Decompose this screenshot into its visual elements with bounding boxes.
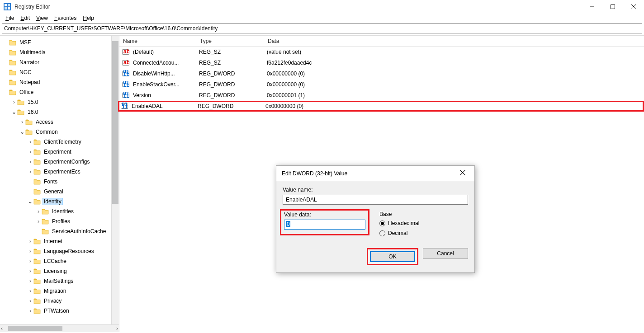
tree-item-languageresources[interactable]: ›LanguageResources: [0, 246, 119, 256]
tree-item-office[interactable]: Office: [0, 87, 119, 97]
tree-item-label: PTWatson: [43, 307, 71, 314]
radio-hex-label: Hexadecimal: [388, 220, 419, 226]
tree-item-label: Identities: [51, 208, 75, 215]
value-row[interactable]: 011110EnableStackOver...REG_DWORD0x00000…: [119, 79, 644, 90]
tree-item-identities[interactable]: ›Identities: [0, 206, 119, 216]
chevron-right-icon[interactable]: ›: [27, 239, 33, 244]
chevron-down-icon[interactable]: ⌄: [19, 129, 25, 135]
tree-item-access[interactable]: ›Access: [0, 117, 119, 127]
values-header[interactable]: Name Type Data: [119, 36, 644, 47]
values-pane: Name Type Data ab(Default)REG_SZ(value n…: [119, 36, 644, 332]
tree-item-privacy[interactable]: ›Privacy: [0, 296, 119, 306]
radio-icon: [379, 230, 385, 236]
menu-help[interactable]: Help: [80, 14, 97, 22]
tree-item-notepad[interactable]: Notepad: [0, 77, 119, 87]
chevron-right-icon[interactable]: ›: [27, 149, 33, 155]
chevron-right-icon[interactable]: ›: [27, 268, 33, 274]
tree-item-16-0[interactable]: ⌄16.0: [0, 107, 119, 117]
value-type: REG_SZ: [198, 60, 266, 66]
tree-item-lccache[interactable]: ›LCCache: [0, 256, 119, 266]
tree-item-migration[interactable]: ›Migration: [0, 286, 119, 296]
chevron-down-icon[interactable]: ⌄: [11, 109, 17, 115]
tree-item-profiles[interactable]: ›Profiles: [0, 216, 119, 226]
scroll-right-arrow[interactable]: ›: [116, 325, 118, 332]
scrollbar-thumb[interactable]: [112, 41, 118, 204]
folder-icon: [9, 39, 16, 46]
value-data-field[interactable]: 0: [284, 220, 365, 230]
chevron-right-icon[interactable]: ›: [35, 209, 42, 214]
values-list[interactable]: ab(Default)REG_SZ(value not set)abConnec…: [119, 47, 644, 112]
dialog-title-bar[interactable]: Edit DWORD (32-bit) Value: [276, 166, 474, 181]
folder-icon: [9, 69, 16, 75]
tree-item-fonts[interactable]: Fonts: [0, 177, 119, 187]
folder-icon: [33, 198, 41, 205]
menu-file[interactable]: File: [3, 14, 17, 22]
value-row[interactable]: ab(Default)REG_SZ(value not set): [119, 47, 644, 57]
scrollbar-thumb[interactable]: [8, 326, 62, 331]
tree-item-mailsettings[interactable]: ›MailSettings: [0, 276, 119, 286]
folder-icon: [9, 79, 16, 85]
radio-hexadecimal[interactable]: Hexadecimal: [379, 220, 468, 226]
tree-item-licensing[interactable]: ›Licensing: [0, 266, 119, 276]
value-type: REG_DWORD: [197, 103, 265, 109]
tree-item-common[interactable]: ⌄Common: [0, 127, 119, 137]
tree-item-identity[interactable]: ⌄Identity: [0, 197, 119, 206]
column-data[interactable]: Data: [264, 38, 644, 44]
maximize-button[interactable]: [602, 0, 623, 14]
value-row[interactable]: abConnectedAccou...REG_SZf6a212fe0daaed4…: [119, 57, 644, 68]
value-name-field[interactable]: [283, 195, 468, 205]
reg-dword-icon: 011110: [122, 70, 129, 77]
column-name[interactable]: Name: [119, 38, 196, 44]
chevron-right-icon[interactable]: ›: [27, 249, 33, 254]
chevron-right-icon[interactable]: ›: [19, 119, 25, 125]
ok-button[interactable]: OK: [370, 251, 415, 262]
chevron-right-icon[interactable]: ›: [27, 139, 33, 145]
tree-item-serviceauthinfocache[interactable]: ServiceAuthInfoCache: [0, 226, 119, 236]
tree-item-ngc[interactable]: NGC: [0, 67, 119, 77]
dialog-close-button[interactable]: [456, 170, 469, 177]
chevron-right-icon[interactable]: ›: [27, 298, 33, 304]
scroll-left-arrow[interactable]: ‹: [1, 325, 3, 332]
tree-item-narrator[interactable]: Narrator: [0, 57, 119, 67]
folder-icon: [33, 178, 41, 185]
chevron-right-icon[interactable]: ›: [11, 99, 17, 105]
base-label: Base: [379, 211, 468, 217]
tree-item-15-0[interactable]: ›15.0: [0, 97, 119, 107]
tree-vertical-scrollbar[interactable]: [111, 36, 119, 324]
menu-favorites[interactable]: Favorites: [52, 14, 79, 22]
tree-item-msf[interactable]: MSF: [0, 38, 119, 47]
tree-item-experimentconfigs[interactable]: ›ExperimentConfigs: [0, 157, 119, 167]
menu-view[interactable]: View: [33, 14, 51, 22]
chevron-right-icon[interactable]: ›: [27, 288, 33, 294]
folder-icon: [33, 288, 41, 294]
tree-item-experiment[interactable]: ›Experiment: [0, 147, 119, 157]
tree-item-multimedia[interactable]: Multimedia: [0, 47, 119, 57]
address-input[interactable]: [2, 23, 642, 33]
radio-decimal[interactable]: Decimal: [379, 230, 468, 236]
chevron-down-icon[interactable]: ⌄: [27, 199, 33, 204]
chevron-right-icon[interactable]: ›: [27, 258, 33, 264]
chevron-right-icon[interactable]: ›: [27, 278, 33, 284]
value-row[interactable]: 011110VersionREG_DWORD0x00000001 (1): [119, 90, 644, 101]
svg-rect-3: [5, 7, 7, 9]
registry-tree[interactable]: MSFMultimediaNarratorNGCNotepadOffice›15…: [0, 36, 119, 316]
chevron-right-icon[interactable]: ›: [27, 159, 33, 164]
tree-item-ptwatson[interactable]: ›PTWatson: [0, 306, 119, 316]
value-data: 0x00000000 (0): [265, 103, 643, 109]
chevron-right-icon[interactable]: ›: [27, 308, 33, 314]
value-row[interactable]: 011110DisableWinHttp...REG_DWORD0x000000…: [119, 68, 644, 79]
tree-item-internet[interactable]: ›Internet: [0, 236, 119, 246]
tree-item-clienttelemetry[interactable]: ›ClientTelemetry: [0, 137, 119, 147]
cancel-button[interactable]: Cancel: [423, 248, 468, 259]
chevron-right-icon[interactable]: ›: [35, 219, 42, 224]
tree-horizontal-scrollbar[interactable]: ‹ ›: [0, 324, 119, 332]
value-row[interactable]: 011110EnableADALREG_DWORD0x00000000 (0): [118, 101, 644, 112]
tree-item-general[interactable]: General: [0, 187, 119, 197]
chevron-right-icon[interactable]: ›: [27, 169, 33, 174]
folder-icon: [33, 278, 41, 284]
minimize-button[interactable]: [582, 0, 602, 14]
close-button[interactable]: [623, 0, 644, 14]
column-type[interactable]: Type: [196, 38, 264, 44]
menu-edit[interactable]: Edit: [18, 14, 33, 22]
tree-item-experimentecs[interactable]: ›ExperimentEcs: [0, 167, 119, 177]
